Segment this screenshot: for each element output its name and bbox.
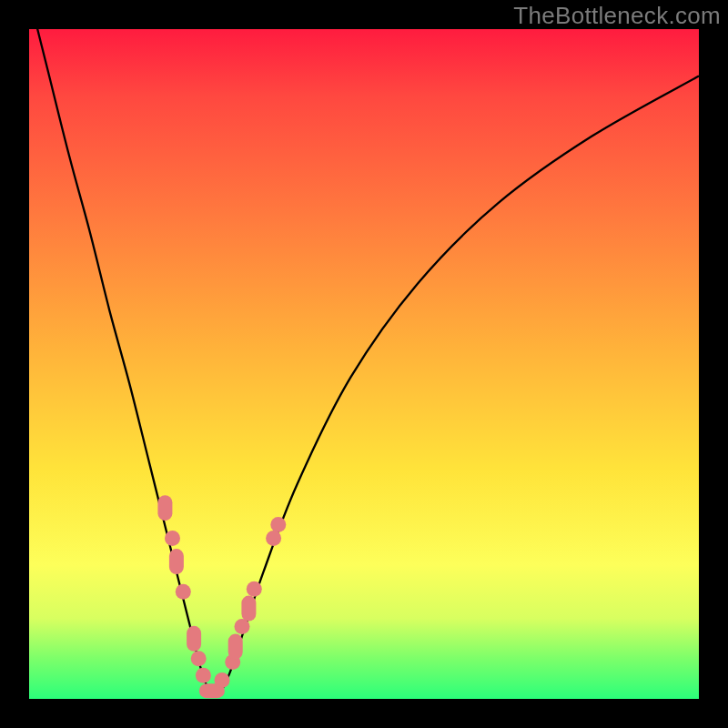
chart-plot-area [29, 29, 699, 699]
bottleneck-curve [29, 0, 699, 695]
watermark-text: TheBottleneck.com [513, 2, 721, 30]
data-marker [228, 634, 243, 660]
chart-frame: TheBottleneck.com [0, 0, 728, 728]
data-marker [196, 668, 211, 683]
data-marker [235, 619, 250, 634]
data-marker [169, 549, 184, 574]
data-marker [157, 495, 172, 521]
data-marker [241, 596, 256, 622]
data-marker [165, 531, 180, 546]
data-marker [176, 584, 191, 600]
data-marker [215, 672, 230, 688]
data-marker [187, 626, 201, 652]
chart-svg [29, 29, 699, 699]
data-marker [191, 651, 207, 666]
data-marker [247, 581, 262, 597]
data-marker [266, 531, 281, 546]
marker-layer [157, 495, 286, 698]
data-marker [270, 517, 286, 532]
